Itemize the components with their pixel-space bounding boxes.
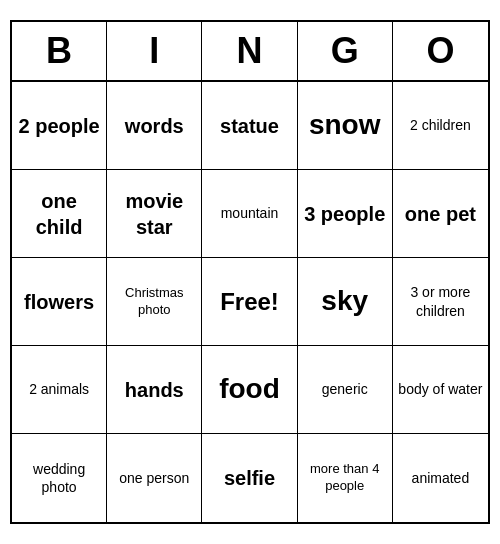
bingo-cell-20: wedding photo: [12, 434, 107, 522]
bingo-cell-3: snow: [298, 82, 393, 170]
bingo-cell-23: more than 4 people: [298, 434, 393, 522]
bingo-cell-16: hands: [107, 346, 202, 434]
bingo-cell-11: Christmas photo: [107, 258, 202, 346]
bingo-grid: 2 peoplewordsstatuesnow2 childrenone chi…: [12, 82, 488, 522]
bingo-header: BINGO: [12, 22, 488, 82]
bingo-card: BINGO 2 peoplewordsstatuesnow2 childreno…: [10, 20, 490, 524]
header-letter: I: [107, 22, 202, 80]
bingo-cell-17: food: [202, 346, 297, 434]
bingo-cell-12: Free!: [202, 258, 297, 346]
header-letter: N: [202, 22, 297, 80]
bingo-cell-10: flowers: [12, 258, 107, 346]
bingo-cell-4: 2 children: [393, 82, 488, 170]
bingo-cell-9: one pet: [393, 170, 488, 258]
header-letter: G: [298, 22, 393, 80]
bingo-cell-21: one person: [107, 434, 202, 522]
bingo-cell-8: 3 people: [298, 170, 393, 258]
bingo-cell-14: 3 or more children: [393, 258, 488, 346]
header-letter: O: [393, 22, 488, 80]
bingo-cell-19: body of water: [393, 346, 488, 434]
header-letter: B: [12, 22, 107, 80]
bingo-cell-2: statue: [202, 82, 297, 170]
bingo-cell-5: one child: [12, 170, 107, 258]
bingo-cell-15: 2 animals: [12, 346, 107, 434]
bingo-cell-0: 2 people: [12, 82, 107, 170]
bingo-cell-18: generic: [298, 346, 393, 434]
bingo-cell-7: mountain: [202, 170, 297, 258]
bingo-cell-24: animated: [393, 434, 488, 522]
bingo-cell-6: movie star: [107, 170, 202, 258]
bingo-cell-22: selfie: [202, 434, 297, 522]
bingo-cell-1: words: [107, 82, 202, 170]
bingo-cell-13: sky: [298, 258, 393, 346]
